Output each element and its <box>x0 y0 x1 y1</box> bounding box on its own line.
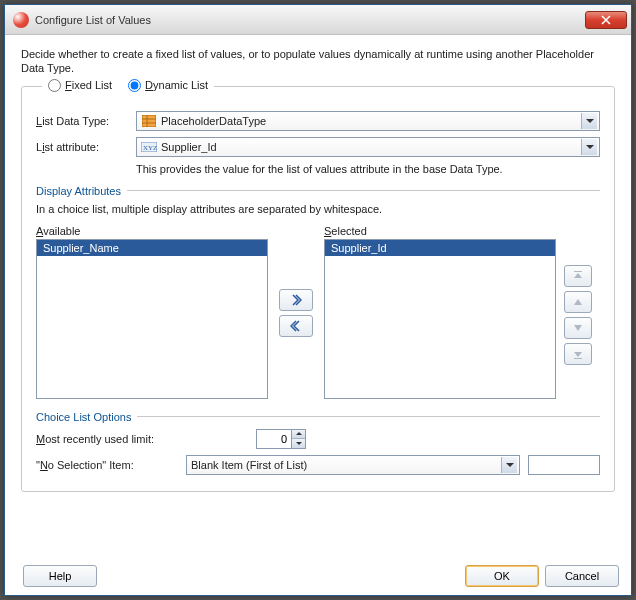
chevron-left-icon <box>290 320 302 332</box>
available-label: Available <box>36 225 268 237</box>
dynamic-list-radio[interactable]: Dynamic List <box>128 79 208 92</box>
mru-label: Most recently used limit: <box>36 433 186 445</box>
list-type-group: Fixed List Dynamic List List Data Type: … <box>21 86 615 492</box>
svg-rect-0 <box>142 115 156 127</box>
available-column: Available Supplier_Name <box>36 225 268 399</box>
chevron-right-icon <box>290 294 302 306</box>
fixed-list-radio[interactable]: Fixed List <box>48 79 112 92</box>
dynamic-list-label: Dynamic List <box>145 79 208 91</box>
move-top-button[interactable] <box>564 265 592 287</box>
selected-column: Selected Supplier_Id <box>324 225 556 399</box>
display-attributes-title: Display Attributes <box>36 185 121 197</box>
titlebar[interactable]: Configure List of Values <box>5 5 631 35</box>
mru-input[interactable] <box>256 429 292 449</box>
window-title: Configure List of Values <box>35 14 585 26</box>
list-attribute-hint: This provides the value for the list of … <box>136 163 600 175</box>
no-selection-label: "No Selection" Item: <box>36 459 186 471</box>
list-data-type-label: List Data Type: <box>36 115 136 127</box>
svg-rect-6 <box>574 271 582 272</box>
data-type-icon <box>141 114 157 128</box>
arrow-down-icon <box>572 322 584 334</box>
close-icon <box>601 15 611 25</box>
display-attributes-heading: Display Attributes <box>36 185 600 197</box>
list-data-type-combo[interactable]: PlaceholderDataType <box>136 111 600 131</box>
dialog-content: Decide whether to create a fixed list of… <box>5 35 631 557</box>
fixed-list-label: Fixed List <box>65 79 112 91</box>
cancel-button[interactable]: Cancel <box>545 565 619 587</box>
available-listbox[interactable]: Supplier_Name <box>36 239 268 399</box>
list-item[interactable]: Supplier_Name <box>37 240 267 256</box>
ok-button[interactable]: OK <box>465 565 539 587</box>
move-left-button[interactable] <box>279 315 313 337</box>
move-down-button[interactable] <box>564 317 592 339</box>
list-item[interactable]: Supplier_Id <box>325 240 555 256</box>
mru-spin-buttons <box>292 429 306 449</box>
mru-row: Most recently used limit: <box>36 429 600 449</box>
list-data-type-row: List Data Type: PlaceholderDataType <box>36 111 600 131</box>
intro-description: Decide whether to create a fixed list of… <box>21 47 615 76</box>
no-selection-row: "No Selection" Item: Blank Item (First o… <box>36 455 600 475</box>
list-attribute-combo[interactable]: XYZ Supplier_Id <box>136 137 600 157</box>
choice-list-options-heading: Choice List Options <box>36 411 600 423</box>
chevron-down-icon[interactable] <box>581 139 597 155</box>
order-buttons <box>564 225 600 365</box>
list-attribute-label: List attribute: <box>36 141 136 153</box>
list-data-type-value: PlaceholderDataType <box>161 115 581 127</box>
no-selection-combo[interactable]: Blank Item (First of List) <box>186 455 520 475</box>
close-button[interactable] <box>585 11 627 29</box>
no-selection-text-input[interactable] <box>528 455 600 475</box>
arrow-bottom-icon <box>572 348 584 360</box>
list-attribute-value: Supplier_Id <box>161 141 581 153</box>
list-attribute-row: List attribute: XYZ Supplier_Id <box>36 137 600 157</box>
display-attributes-desc: In a choice list, multiple display attri… <box>36 203 600 215</box>
app-icon <box>13 12 29 28</box>
attribute-icon: XYZ <box>141 140 157 154</box>
svg-rect-7 <box>574 358 582 359</box>
fixed-list-input[interactable] <box>48 79 61 92</box>
selected-listbox[interactable]: Supplier_Id <box>324 239 556 399</box>
chevron-down-icon[interactable] <box>501 457 517 473</box>
arrow-up-icon <box>572 296 584 308</box>
spinner-down-button[interactable] <box>292 439 305 448</box>
svg-text:XYZ: XYZ <box>143 144 157 152</box>
dialog-window: Configure List of Values Decide whether … <box>4 4 632 596</box>
selected-label: Selected <box>324 225 556 237</box>
shuttle: Available Supplier_Name Selected <box>36 225 600 401</box>
spinner-up-button[interactable] <box>292 430 305 440</box>
no-selection-value: Blank Item (First of List) <box>191 459 501 471</box>
list-type-radios: Fixed List Dynamic List <box>42 79 214 92</box>
mru-spinner[interactable] <box>256 429 306 449</box>
move-bottom-button[interactable] <box>564 343 592 365</box>
chevron-down-icon[interactable] <box>581 113 597 129</box>
dynamic-list-input[interactable] <box>128 79 141 92</box>
dialog-footer: Help OK Cancel <box>5 557 631 595</box>
arrow-top-icon <box>572 270 584 282</box>
help-button[interactable]: Help <box>23 565 97 587</box>
choice-list-options-title: Choice List Options <box>36 411 131 423</box>
move-up-button[interactable] <box>564 291 592 313</box>
move-right-button[interactable] <box>279 289 313 311</box>
shuttle-buttons <box>276 225 316 401</box>
